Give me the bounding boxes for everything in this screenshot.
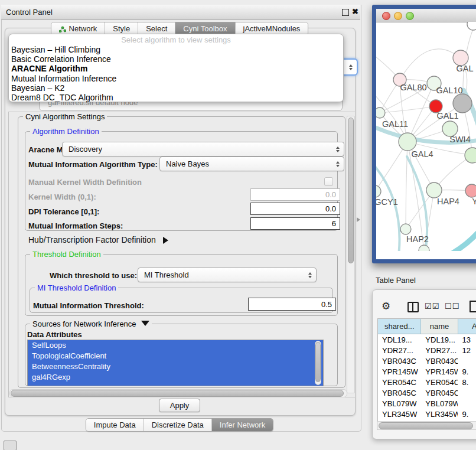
column-header-A[interactable]: A xyxy=(458,319,476,334)
table-hscrollbar[interactable] xyxy=(377,421,476,430)
algorithm-option[interactable]: Bayesian – Hill Climbing xyxy=(9,45,343,54)
attribute-list-item[interactable]: SelfLoops xyxy=(28,340,323,351)
algorithm-option[interactable]: Dream8 DC_TDC Algorithm xyxy=(9,93,343,102)
network-node-hap2[interactable] xyxy=(400,224,411,234)
network-node-label: GAL11 xyxy=(382,119,408,129)
hub-section-toggle[interactable]: Hub/Transcription Factor Definition xyxy=(28,235,168,244)
table-row[interactable]: YDL19...YDL19...13 xyxy=(378,334,476,345)
mi-threshold-field[interactable]: 0.5 xyxy=(248,298,336,311)
algorithm-option[interactable]: ARACNE Algorithm xyxy=(9,64,343,73)
tab-style[interactable]: Style xyxy=(105,22,138,35)
combo-spinner-icon xyxy=(336,146,340,152)
splitter-arrow-icon[interactable] xyxy=(357,217,360,222)
network-node-gal4[interactable] xyxy=(399,133,416,151)
mi-threshold-label: Mutual Information Threshold: xyxy=(33,301,144,310)
float-window-icon[interactable] xyxy=(342,9,349,16)
network-canvas[interactable]: GALGAL80GAL10GAL1GAL11GAL4SWI4GCY1HAP4YH… xyxy=(376,22,476,251)
network-node-swi4[interactable] xyxy=(465,148,476,163)
table-cell: YDR27... xyxy=(421,346,458,355)
table-cell: YBR043C xyxy=(378,357,421,366)
tab-label: Impute Data xyxy=(94,419,136,431)
algorithm-option[interactable]: Mutual Information Inference xyxy=(9,74,343,83)
gear-icon[interactable]: ⚙ xyxy=(382,300,390,312)
kernel-width-label: Kernel Width (0,1): xyxy=(28,193,96,201)
table-row[interactable]: YBR045CYBR045C xyxy=(378,387,476,398)
close-window-icon[interactable]: ✖ xyxy=(352,7,358,16)
table-cell: YBR043C xyxy=(421,357,458,366)
combo-spinner-icon xyxy=(349,64,353,70)
tab-network[interactable]: Network xyxy=(51,22,106,35)
table-row[interactable]: YBL079WYBL079W xyxy=(378,398,476,409)
mi-steps-field[interactable]: 6 xyxy=(250,217,340,230)
settings-vscrollbar[interactable] xyxy=(347,116,355,393)
manual-kernel-label: Manual Kernel Width Definition xyxy=(28,178,142,187)
bottom-tab-infer-network[interactable]: Infer Network xyxy=(212,419,273,431)
zoom-traffic-light-icon[interactable] xyxy=(406,12,414,20)
algorithm-option[interactable]: Bayesian – K2 xyxy=(9,83,343,93)
network-window-titlebar[interactable] xyxy=(376,9,476,22)
close-traffic-light-icon[interactable] xyxy=(382,12,390,20)
table-header-row: shared...nameA xyxy=(378,319,476,334)
network-node-y[interactable] xyxy=(465,184,476,197)
algorithm-option[interactable]: Basic Correlation Inference xyxy=(9,54,343,64)
deselect-all-icon[interactable]: ☐☐ xyxy=(445,302,459,311)
manual-kernel-checkbox[interactable] xyxy=(324,177,333,186)
minimized-panel-button[interactable] xyxy=(4,441,17,450)
network-node-label: GAL10 xyxy=(436,86,462,95)
list-scrollbar[interactable] xyxy=(315,341,321,385)
network-node-label: GCY1 xyxy=(376,197,398,207)
aracne-mode-combo[interactable]: Discovery xyxy=(62,142,344,156)
network-view-window[interactable]: GALGAL80GAL10GAL1GAL11GAL4SWI4GCY1HAP4YH… xyxy=(372,5,476,263)
sources-title[interactable]: Sources for Network Inference xyxy=(30,319,152,328)
split-view-icon[interactable] xyxy=(407,302,419,312)
tab-select[interactable]: Select xyxy=(138,22,175,35)
mi-threshold-group-title: MI Threshold Definition xyxy=(35,283,118,292)
network-tab-icon xyxy=(59,25,66,32)
network-node-gcy1[interactable] xyxy=(376,185,381,197)
table-row[interactable]: YBR043CYBR043C xyxy=(378,356,476,366)
table-row[interactable]: YER054CYER054C8. xyxy=(378,377,476,387)
network-node-gal11[interactable] xyxy=(376,107,385,118)
settings-hscrollbar[interactable] xyxy=(9,389,347,397)
tab-cyni-toolbox[interactable]: Cyni Toolbox xyxy=(175,22,235,35)
table-row[interactable]: YPR145WYPR145W9. xyxy=(378,366,476,377)
table-cell: 12 xyxy=(458,346,476,355)
column-header-name[interactable]: name xyxy=(421,319,458,334)
which-threshold-combo[interactable]: MI Threshold xyxy=(138,268,317,282)
table-hscrollbar-thumb[interactable] xyxy=(379,422,473,429)
table-row[interactable]: YLR345WYLR345W9. xyxy=(378,409,476,419)
table-panel-window: ⚙ ☑☑ ☐☐ shared...nameA YDL19...YDL19...1… xyxy=(372,289,476,439)
table-row[interactable]: YDR27...YDR27...12 xyxy=(378,345,476,356)
document-icon[interactable] xyxy=(470,301,476,312)
network-edge-highlighted xyxy=(446,223,476,251)
network-node[interactable] xyxy=(453,94,472,113)
table-cell: 13 xyxy=(458,335,476,344)
control-panel-titlebar: Control Panel ✖ xyxy=(1,5,360,20)
network-node[interactable] xyxy=(419,245,429,251)
network-node-hap4[interactable] xyxy=(426,182,442,198)
settings-vscrollbar-thumb[interactable] xyxy=(348,118,354,263)
kernel-width-field[interactable]: 0.0 xyxy=(250,188,340,201)
tab-jactivemnodules[interactable]: jActiveMNodules xyxy=(236,22,308,35)
apply-button[interactable]: Apply xyxy=(159,399,200,412)
table-panel-title: Table Panel xyxy=(376,276,416,285)
network-node-label: GAL1 xyxy=(436,111,458,120)
dpi-tolerance-field[interactable]: 0.0 xyxy=(250,203,340,215)
bottom-tab-discretize-data[interactable]: Discretize Data xyxy=(144,419,212,431)
mi-algorithm-type-combo[interactable]: Naive Bayes xyxy=(159,156,344,171)
attribute-list-item[interactable]: TopologicalCoefficient xyxy=(28,351,323,361)
network-node-label: Y xyxy=(472,197,476,206)
table-cell: YDL19... xyxy=(378,335,421,344)
data-attributes-list[interactable]: SelfLoopsTopologicalCoefficientBetweenne… xyxy=(27,340,324,386)
list-scrollbar-thumb[interactable] xyxy=(315,342,321,382)
attribute-list-item[interactable]: BetweennessCentrality xyxy=(28,361,323,372)
attribute-list-item[interactable]: gal4RGexp xyxy=(28,372,323,383)
select-all-icon[interactable]: ☑☑ xyxy=(425,302,439,311)
settings-hscrollbar-thumb[interactable] xyxy=(11,390,344,397)
column-header-shared[interactable]: shared... xyxy=(378,319,421,334)
minimize-traffic-light-icon[interactable] xyxy=(394,12,402,20)
bottom-tab-impute-data[interactable]: Impute Data xyxy=(86,419,144,431)
network-node[interactable] xyxy=(467,22,476,30)
table-cell: YER054C xyxy=(421,378,458,387)
network-edge xyxy=(406,142,407,229)
